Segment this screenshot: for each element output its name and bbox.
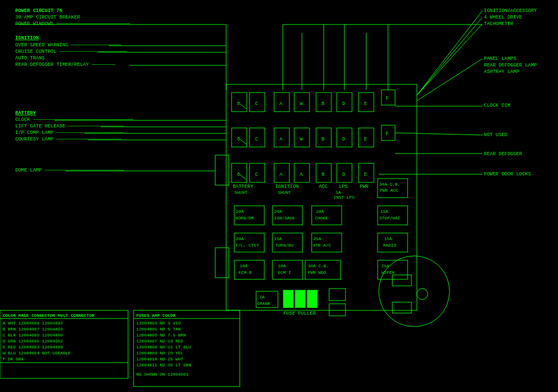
connector-e1-label: E bbox=[364, 101, 367, 107]
horn-dm-amp: 20A bbox=[236, 209, 244, 214]
ecm-b-label: ECM B bbox=[239, 270, 252, 275]
tach-wire bbox=[417, 24, 482, 95]
inst-lps2-label: INST LPS bbox=[333, 195, 355, 200]
lift-gate-label: LIFT GATE RELEASE ─────────────────── bbox=[15, 124, 124, 129]
color-row-c: C BLK 12004886 12004890 bbox=[3, 333, 63, 338]
choke-label: CHOKE bbox=[315, 216, 328, 220]
power-circuit-label: POWER CIRCUIT 76 bbox=[15, 8, 62, 14]
wiring-diagram-svg: text { font-family: 'Courier New', monos… bbox=[0, 0, 558, 392]
amp-breaker-label: 30 AMP CIRCUIT BREAKER bbox=[15, 15, 80, 20]
inst-lps-label: 5A bbox=[336, 190, 341, 195]
rear-defogger-label: REAR DEFOGGER bbox=[484, 151, 523, 157]
fuse-row-4: 12004007 ND 10 RED bbox=[136, 339, 184, 344]
ignition-fuse-label: IGNITION bbox=[275, 184, 299, 189]
not-used-wire bbox=[395, 133, 482, 135]
connector-e3-label: E bbox=[364, 172, 367, 177]
fuse-row-2: 12004005 ND 5 TAN bbox=[136, 327, 181, 332]
connector-a4-label: A bbox=[300, 172, 303, 177]
ecm-b-amp: 10A bbox=[240, 264, 248, 268]
circular-element bbox=[379, 256, 450, 327]
crank-amp: 2A bbox=[259, 295, 265, 299]
htr-ac-amp: 25A bbox=[313, 236, 322, 241]
ashtray-lamp-label: ASHTRAY LAMP bbox=[484, 69, 519, 75]
battery-fuse-label: BATTERY bbox=[233, 184, 253, 189]
color-row-a: A WHT 12004888 12004892 bbox=[3, 321, 63, 326]
clock-label: CLOCK ────────────────────────────────── bbox=[15, 117, 134, 122]
connector-f1-label: F bbox=[386, 96, 389, 101]
power-door-locks-label: POWER DOOR LOCKS bbox=[484, 171, 531, 177]
cruise-label: CRUISE CONTROL ─────────────────────── bbox=[15, 49, 128, 54]
auto-trans-label: AUTO TRANS bbox=[15, 56, 45, 61]
four-wd-label: 4 WHEEL DRIVE bbox=[484, 15, 522, 20]
connector-c4-label: C bbox=[255, 137, 258, 142]
turn-bu-label: TURN/BU bbox=[275, 243, 294, 248]
fuse-row-6: 12004009 ND 20 YEL bbox=[136, 351, 184, 356]
rear-defogger-timer-label: REAR DEFOGGER TIMER/RELAY ──────── bbox=[15, 62, 116, 68]
tl-ctsy-amp: 20A bbox=[236, 236, 244, 241]
connector-d2-label: D bbox=[342, 137, 345, 142]
spare-connector1 bbox=[329, 289, 345, 301]
fuses-footer: ND SHOWN ON 12004001 bbox=[136, 372, 189, 377]
connector-w2-label: W bbox=[300, 137, 303, 142]
shunt2-label: SHUNT bbox=[278, 190, 291, 195]
left-connector2 bbox=[215, 248, 229, 278]
tl-ctsy-label: T/L, CTSY bbox=[235, 243, 259, 248]
connector-f2-label: F bbox=[386, 131, 389, 137]
connector-d3-label: D bbox=[342, 172, 345, 177]
lps-label: LPS bbox=[339, 184, 348, 189]
fuse-row-5: 12004008 ND 15 LT BLU bbox=[136, 345, 191, 350]
shunt1-label: SHUNT bbox=[234, 190, 247, 195]
choke-amp: 20A bbox=[316, 209, 324, 214]
ignition-acc-label: IGNITION/ACCESSORY bbox=[484, 8, 537, 14]
ip-comp-label: I/P COMP LAMP ─────────────────────── bbox=[15, 130, 124, 136]
color-row-d: D GRN 12004885 12004962 bbox=[3, 339, 63, 344]
connector-a2-label: A bbox=[280, 137, 283, 142]
ecm-i-label: ECM I bbox=[278, 270, 291, 275]
fuse-row-7: 12004010 ND 25 WHT bbox=[136, 357, 184, 362]
four-wd-wire bbox=[417, 17, 482, 95]
panel-lamps-label: PANEL LAMPS bbox=[484, 56, 516, 62]
connector-a3-label: A bbox=[280, 172, 283, 177]
ignition-header: IGNITION bbox=[15, 35, 39, 41]
radio-amp: 15A bbox=[384, 236, 392, 241]
color-table-header: COLOR MALE CONNECTOR MULT CONNECTOR bbox=[3, 313, 94, 318]
over-speed-label: OVER SPEED WARNING ───────────────── bbox=[15, 42, 122, 48]
stop-haz-amp: 15A bbox=[380, 209, 389, 214]
connector-b2-label: B bbox=[322, 137, 325, 142]
dome-lamp-label: DOME LAMP ─────────────────────────── bbox=[15, 168, 124, 173]
ecm-i-amp: 10A bbox=[278, 264, 286, 268]
color-row-b: B BRN 12004887 12004893 bbox=[3, 327, 63, 332]
fuse-row-3: 12004006 ND 7.5 BRN bbox=[136, 333, 186, 338]
power-windows-label: POWER WINDOWS ───────────────────────── bbox=[15, 21, 130, 27]
acc-label: ACC bbox=[319, 184, 328, 189]
pwr-acc-label2: PWR ACC bbox=[380, 188, 398, 193]
color-row-e: E RED 12004883 12004889 bbox=[3, 345, 63, 350]
diagram-container: text { font-family: 'Courier New', monos… bbox=[0, 0, 558, 392]
fuse-puller-label: FUSE PULLER bbox=[283, 311, 316, 316]
pwr-wdo-label: PWR WDO bbox=[308, 270, 326, 275]
fuse-row-8: 12004011 ND 30 LT GRN bbox=[136, 363, 191, 367]
htr-ac-label: HTR A/C bbox=[313, 243, 331, 248]
horn-dm-label: HORN/DM bbox=[235, 216, 254, 220]
spare-connector2 bbox=[329, 304, 345, 316]
circle-rect2 bbox=[392, 302, 411, 313]
fuse-row-1: 12004003 ND 3 VIO bbox=[136, 321, 181, 326]
connector-b1-label: B bbox=[322, 101, 325, 107]
fuses-table-header: FUSES AMP COLOR bbox=[136, 313, 175, 318]
rear-defogger-lamp-label: REAR DEFOGGER LAMP bbox=[484, 63, 537, 68]
courtesy-label: COURTESY LAMP ────────────────────── bbox=[15, 137, 122, 142]
ign-gage-label: IGN/GAGE bbox=[274, 216, 295, 220]
pwr-label: PWR bbox=[360, 184, 369, 189]
wiper-amp: 25A bbox=[381, 264, 390, 268]
connector-e2-label: E bbox=[364, 137, 367, 142]
not-used-label: NOT USED bbox=[484, 132, 507, 138]
left-connector1 bbox=[215, 155, 229, 185]
connector-c2-label: C bbox=[255, 101, 258, 107]
pwr-wdo-amp: 30A C.B. bbox=[308, 264, 329, 268]
ign-gage-amp: 20A bbox=[274, 209, 282, 214]
connector-w1-label: W bbox=[300, 101, 303, 107]
color-row-f: F DK GRA bbox=[3, 357, 24, 362]
battery-header: BATTERY bbox=[15, 111, 36, 116]
panel-lamps-wire bbox=[417, 59, 482, 101]
pwr-acc-label1: 30A C.B. bbox=[379, 182, 400, 187]
